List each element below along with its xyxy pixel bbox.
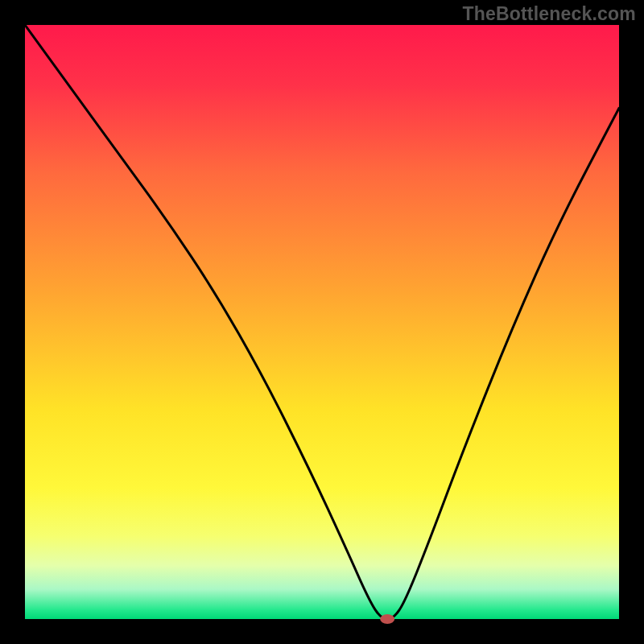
bottleneck-chart: [0, 0, 644, 644]
optimal-marker: [380, 614, 394, 624]
gradient-background: [25, 25, 619, 619]
chart-stage: TheBottleneck.com: [0, 0, 644, 644]
